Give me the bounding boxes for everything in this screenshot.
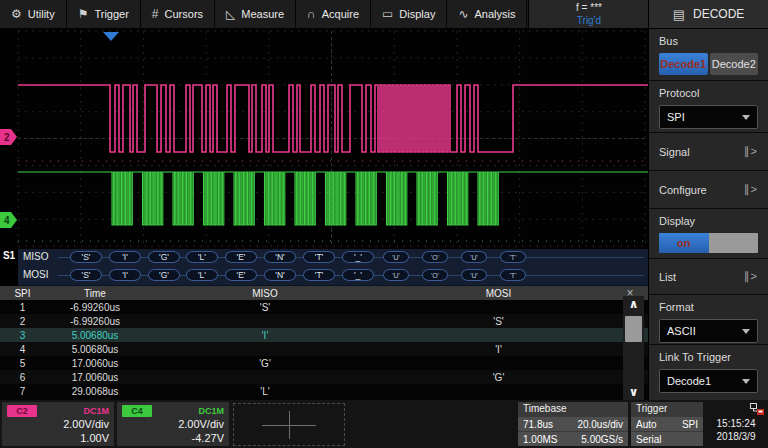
decode-cell: 'L' <box>186 251 218 263</box>
display-section: Display on <box>649 209 768 259</box>
decode-cell: 'T' <box>303 269 335 281</box>
table-row[interactable]: 7 29.0068us 'L' <box>0 384 648 398</box>
miso-decode-row: MISO 'S''I''G''L''E''N''T''_''U''O''U''T… <box>18 249 648 268</box>
timebase-samples: 1.00MS <box>523 434 557 445</box>
protocol-label: Protocol <box>659 87 758 99</box>
chevron-down-icon <box>742 379 750 384</box>
menu-measure[interactable]: ◺Measure <box>215 0 296 28</box>
trigger-position-marker[interactable] <box>103 32 119 41</box>
scrollbar-thumb[interactable] <box>625 316 642 342</box>
header-miso: MISO <box>145 288 385 299</box>
row-time: -6.99260us <box>45 302 145 313</box>
flag-icon: ⚑ <box>78 8 89 20</box>
decode-cell: '_' <box>342 251 374 263</box>
menu-cursors[interactable]: #Cursors <box>141 0 215 28</box>
trigger-panel[interactable]: Trigger Auto SPI Serial <box>631 402 703 446</box>
serial-decode-overlay: S1 MISO 'S''I''G''L''E''N''T''_''U''O''U… <box>0 249 648 286</box>
list-row[interactable]: List ∥> <box>649 259 768 295</box>
menu-utility-label: Utility <box>28 8 55 20</box>
row-index: 4 <box>0 344 45 355</box>
display-icon: ▭ <box>382 8 393 20</box>
c4-waveform <box>18 172 648 225</box>
expand-icon: ∥> <box>744 183 758 196</box>
decode-cell: 'S' <box>70 251 102 263</box>
trigger-status-box: f = *** Trig'd <box>528 0 649 28</box>
row-time: 17.0060us <box>45 372 145 383</box>
bus-section: Bus Decode1 Decode2 <box>649 29 768 81</box>
format-section: Format ASCII <box>649 295 768 345</box>
decode2-button[interactable]: Decode2 <box>710 53 759 75</box>
c2-coupling: DC1M <box>83 406 109 416</box>
table-row[interactable]: 5 17.0060us 'G' <box>0 356 648 370</box>
sidebar-header: ▤ DECODE <box>649 0 768 29</box>
display-on-toggle[interactable]: on <box>659 233 758 253</box>
menu-measure-label: Measure <box>241 8 284 20</box>
decode-cell: 'S' <box>70 269 102 281</box>
decode-cell: 'O' <box>422 269 448 281</box>
ruler-icon: ◺ <box>226 8 235 20</box>
table-row[interactable]: 2 -6.99260us 'S' <box>0 314 648 328</box>
decode-cell: 'T' <box>500 251 526 263</box>
format-dropdown[interactable]: ASCII <box>659 319 758 343</box>
menu-utility[interactable]: ⚙Utility <box>0 0 67 28</box>
decode-cell: 'G' <box>148 269 180 281</box>
signal-row[interactable]: Signal ∥> <box>649 133 768 171</box>
waveform-plot: 2 4 <box>0 28 648 249</box>
add-channel-box[interactable] <box>233 403 345 446</box>
table-row[interactable]: 4 5.00680us 'I' <box>0 342 648 356</box>
timebase-panel[interactable]: Timebase 71.8us 20.0us/div 1.00MS 5.00GS… <box>518 402 628 446</box>
decode-icon: ▤ <box>673 8 685 21</box>
mosi-row-label: MOSI <box>23 269 49 280</box>
row-miso: 'G' <box>145 358 385 369</box>
menu-analysis-label: Analysis <box>475 8 516 20</box>
status-time: 15:15:24 <box>706 417 766 430</box>
row-miso: 'L' <box>145 386 385 397</box>
signal-label: Signal <box>659 146 690 158</box>
menu-analysis[interactable]: ∿Analysis <box>447 0 527 28</box>
channel-c4-panel[interactable]: C4 DC1M 2.00V/div -4.27V <box>117 402 229 446</box>
chevron-down-icon <box>742 329 750 334</box>
table-row[interactable]: 1 -6.99260us 'S' <box>0 300 648 314</box>
c2-waveform <box>18 85 648 152</box>
row-index: 7 <box>0 386 45 397</box>
table-row-selected[interactable]: 3 5.00680us 'I' <box>0 328 648 342</box>
scroll-down-icon[interactable]: ∨ <box>623 384 644 400</box>
decode-cell: 'U' <box>383 269 409 281</box>
row-index: 6 <box>0 372 45 383</box>
decode-cell: 'T' <box>500 269 526 281</box>
toggle-off-segment[interactable] <box>709 233 759 253</box>
row-index: 1 <box>0 302 45 313</box>
timebase-rate: 5.00GS/s <box>581 434 623 445</box>
row-time: 29.0068us <box>45 386 145 397</box>
configure-row[interactable]: Configure ∥> <box>649 171 768 209</box>
network-icon <box>750 403 764 415</box>
toggle-on-segment[interactable]: on <box>659 233 709 253</box>
menu-display[interactable]: ▭Display <box>371 0 447 28</box>
menu-cursors-label: Cursors <box>165 8 204 20</box>
decode1-button[interactable]: Decode1 <box>659 53 708 75</box>
decode-cell: 'I' <box>109 269 141 281</box>
oscilloscope-screen: ⚙Utility ⚑Trigger #Cursors ◺Measure ∩Acq… <box>0 0 768 448</box>
analysis-icon: ∿ <box>458 8 468 20</box>
decode-cell: 'T' <box>303 251 335 263</box>
table-scrollbar[interactable]: ∧ ∨ <box>623 296 644 400</box>
list-label: List <box>659 271 676 283</box>
c4-level-marker[interactable]: 4 <box>0 212 17 228</box>
waveform-display: 2 4 <box>0 28 648 249</box>
c2-level-marker[interactable]: 2 <box>0 129 17 145</box>
timebase-delay: 71.8us <box>523 419 553 430</box>
channel-c2-panel[interactable]: C2 DC1M 2.00V/div 1.00V <box>2 402 114 446</box>
decode-cell: 'U' <box>461 269 487 281</box>
link-to-trigger-dropdown[interactable]: Decode1 <box>659 369 758 393</box>
decode-cell: 'U' <box>383 251 409 263</box>
menu-trigger[interactable]: ⚑Trigger <box>67 0 141 28</box>
table-row[interactable]: 6 17.0060us 'G' <box>0 370 648 384</box>
decode-cell: 'I' <box>109 251 141 263</box>
trigger-mode: Auto <box>636 419 657 430</box>
status-date: 2018/3/9 <box>706 430 766 443</box>
protocol-dropdown[interactable]: SPI <box>659 105 758 129</box>
scroll-up-icon[interactable]: ∧ <box>623 296 644 312</box>
row-time: -6.99260us <box>45 316 145 327</box>
decode-cell: '_' <box>342 269 374 281</box>
menu-acquire[interactable]: ∩Acquire <box>296 0 371 28</box>
